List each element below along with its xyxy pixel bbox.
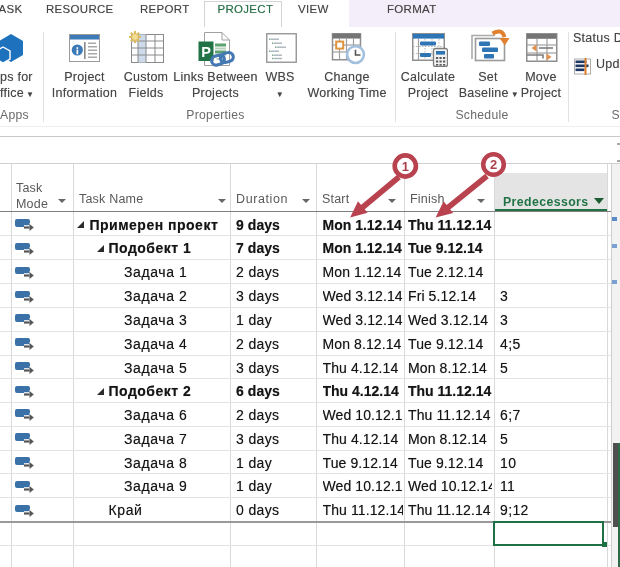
svg-text:2: 2 xyxy=(490,157,497,172)
svg-text:1: 1 xyxy=(402,159,409,174)
